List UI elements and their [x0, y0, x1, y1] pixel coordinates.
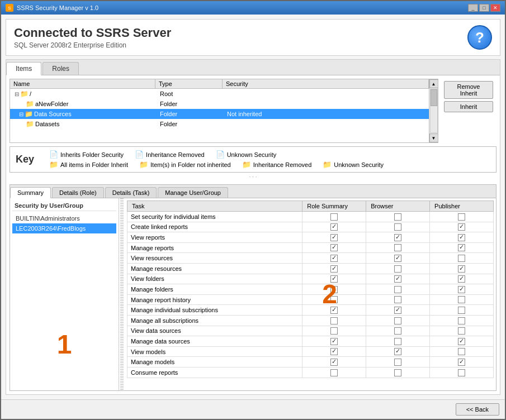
role-summary-cell[interactable]	[302, 357, 366, 367]
help-icon[interactable]: ?	[467, 25, 492, 50]
browser-cell[interactable]	[366, 212, 430, 222]
publisher-cell[interactable]	[430, 242, 494, 253]
role-summary-checkbox[interactable]	[330, 327, 338, 335]
publisher-cell[interactable]	[430, 357, 494, 367]
role-summary-cell[interactable]	[302, 274, 366, 284]
publisher-cell[interactable]	[430, 326, 494, 336]
publisher-checkbox[interactable]	[458, 255, 465, 262]
publisher-checkbox[interactable]	[458, 296, 465, 303]
tab-summary[interactable]: Summary	[10, 187, 51, 198]
tab-details-role[interactable]: Details (Role)	[52, 187, 104, 198]
publisher-checkbox[interactable]	[458, 244, 465, 251]
role-summary-checkbox[interactable]	[330, 223, 338, 231]
publisher-cell[interactable]	[430, 315, 494, 326]
tree-row[interactable]: ⊟ 📁 / Root	[10, 89, 429, 99]
user-item-fredblogs[interactable]: LEC2003R264\FredBlogs	[12, 223, 116, 233]
role-summary-checkbox[interactable]	[330, 213, 338, 221]
browser-checkbox[interactable]	[394, 348, 401, 355]
browser-checkbox[interactable]	[394, 234, 401, 241]
browser-checkbox[interactable]	[394, 286, 401, 293]
scroll-down-btn[interactable]: ▼	[429, 133, 438, 142]
user-item-builtin[interactable]: BUILTIN\Administrators	[12, 213, 116, 223]
tab-roles[interactable]: Roles	[42, 62, 79, 75]
publisher-cell[interactable]	[430, 336, 494, 347]
close-button[interactable]: ✕	[490, 4, 500, 12]
role-summary-cell[interactable]	[302, 253, 366, 264]
role-summary-checkbox[interactable]	[330, 234, 338, 241]
role-summary-checkbox[interactable]	[330, 275, 338, 283]
role-summary-checkbox[interactable]	[330, 244, 338, 251]
role-summary-cell[interactable]	[302, 222, 366, 232]
publisher-checkbox[interactable]	[458, 338, 465, 345]
role-summary-cell[interactable]	[302, 232, 366, 243]
browser-checkbox[interactable]	[394, 223, 401, 231]
browser-cell[interactable]	[366, 294, 430, 305]
minimize-button[interactable]: _	[468, 4, 478, 12]
expand-icon[interactable]: ⊟	[15, 91, 19, 97]
publisher-cell[interactable]	[430, 305, 494, 316]
publisher-checkbox[interactable]	[458, 265, 465, 273]
role-summary-cell[interactable]	[302, 284, 366, 295]
scroll-thumb[interactable]	[431, 89, 437, 106]
role-summary-checkbox[interactable]	[330, 359, 338, 366]
role-summary-cell[interactable]	[302, 263, 366, 274]
browser-checkbox[interactable]	[394, 275, 401, 283]
browser-cell[interactable]	[366, 242, 430, 253]
browser-cell[interactable]	[366, 274, 430, 284]
role-summary-checkbox[interactable]	[330, 369, 338, 376]
publisher-cell[interactable]	[430, 294, 494, 305]
publisher-cell[interactable]	[430, 274, 494, 284]
browser-cell[interactable]	[366, 263, 430, 274]
browser-cell[interactable]	[366, 315, 430, 326]
role-summary-cell[interactable]	[302, 242, 366, 253]
publisher-checkbox[interactable]	[458, 348, 465, 355]
role-summary-checkbox[interactable]	[330, 307, 338, 314]
browser-checkbox[interactable]	[394, 317, 401, 324]
tree-row[interactable]: 📁 aNewFolder Folder	[10, 99, 429, 109]
browser-cell[interactable]	[366, 222, 430, 232]
role-summary-checkbox[interactable]	[330, 255, 338, 262]
publisher-cell[interactable]	[430, 222, 494, 232]
browser-cell[interactable]	[366, 326, 430, 336]
browser-cell[interactable]	[366, 367, 430, 378]
inherit-button[interactable]: Inherit	[444, 101, 493, 112]
role-summary-checkbox[interactable]	[330, 317, 338, 324]
browser-checkbox[interactable]	[394, 255, 401, 262]
role-summary-cell[interactable]	[302, 294, 366, 305]
role-summary-cell[interactable]	[302, 346, 366, 357]
publisher-checkbox[interactable]	[458, 317, 465, 324]
publisher-checkbox[interactable]	[458, 213, 465, 221]
browser-cell[interactable]	[366, 284, 430, 295]
publisher-cell[interactable]	[430, 284, 494, 295]
browser-checkbox[interactable]	[394, 369, 401, 376]
tree-row[interactable]: ⊟ 📁 Data Sources Folder Not inherited	[10, 109, 429, 119]
browser-cell[interactable]	[366, 357, 430, 367]
browser-checkbox[interactable]	[394, 327, 401, 335]
browser-checkbox[interactable]	[394, 338, 401, 345]
publisher-cell[interactable]	[430, 253, 494, 264]
role-summary-checkbox[interactable]	[330, 348, 338, 355]
browser-cell[interactable]	[366, 305, 430, 316]
role-summary-checkbox[interactable]	[330, 338, 338, 345]
role-summary-cell[interactable]	[302, 336, 366, 347]
browser-cell[interactable]	[366, 253, 430, 264]
browser-cell[interactable]	[366, 336, 430, 347]
browser-checkbox[interactable]	[394, 265, 401, 273]
browser-cell[interactable]	[366, 346, 430, 357]
publisher-checkbox[interactable]	[458, 223, 465, 231]
publisher-checkbox[interactable]	[458, 275, 465, 283]
role-summary-checkbox[interactable]	[330, 296, 338, 303]
publisher-checkbox[interactable]	[458, 286, 465, 293]
role-summary-checkbox[interactable]	[330, 286, 338, 293]
role-summary-cell[interactable]	[302, 212, 366, 222]
role-summary-cell[interactable]	[302, 326, 366, 336]
expand-icon[interactable]: ⊟	[19, 111, 23, 117]
publisher-cell[interactable]	[430, 346, 494, 357]
browser-cell[interactable]	[366, 232, 430, 243]
browser-checkbox[interactable]	[394, 307, 401, 314]
publisher-cell[interactable]	[430, 263, 494, 274]
role-summary-cell[interactable]	[302, 305, 366, 316]
publisher-checkbox[interactable]	[458, 234, 465, 241]
role-summary-checkbox[interactable]	[330, 265, 338, 273]
browser-checkbox[interactable]	[394, 359, 401, 366]
